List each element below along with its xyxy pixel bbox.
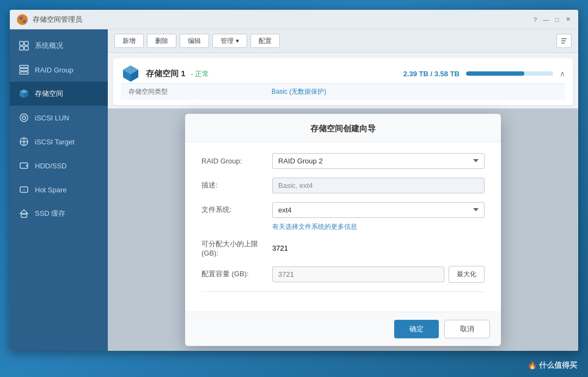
title-bar-left: 🐾 存储空间管理员 — [16, 14, 82, 26]
svg-rect-6 — [20, 65, 28, 68]
overview-icon — [19, 40, 29, 51]
raid-group-label: RAID Group: — [201, 157, 272, 165]
target-icon — [19, 136, 29, 147]
sidebar-item-hdd-ssd[interactable]: HDD/SSD — [10, 154, 108, 178]
description-input[interactable] — [272, 178, 485, 193]
svg-text:🐾: 🐾 — [19, 15, 27, 23]
storage-icon — [19, 88, 29, 99]
window-title: 存储空间管理员 — [33, 15, 82, 25]
filesystem-label: 文件系统: — [201, 205, 272, 215]
svg-point-13 — [22, 116, 26, 119]
maximize-button[interactable]: □ — [553, 16, 561, 23]
svg-point-18 — [26, 165, 28, 167]
watermark: 🔥 什么值得买 — [528, 361, 577, 370]
max-size-control: 3721 — [272, 244, 485, 252]
manage-button[interactable]: 管理 ▾ — [212, 34, 247, 48]
sort-button[interactable] — [556, 34, 572, 48]
create-storage-dialog: 存储空间创建向导 RAID Group: RAID Group 2 RAID G… — [185, 114, 501, 346]
dialog-body: RAID Group: RAID Group 2 RAID Group 1 RA… — [185, 142, 501, 312]
storage-card: 存储空间 1 - 正常 2.39 TB / 3.58 TB — [113, 58, 573, 105]
storage-card-icon — [121, 64, 140, 83]
filesystem-control: ext4 btrfs — [272, 202, 485, 218]
main-content: 系统概况 RAID Group — [10, 29, 578, 351]
storage-type-label: 存储空间类型 — [128, 87, 272, 96]
description-label: 描述: — [201, 180, 272, 190]
max-size-value: 3721 — [272, 244, 288, 252]
svg-rect-3 — [24, 41, 28, 45]
ssd-cache-icon — [19, 208, 29, 219]
minimize-button[interactable]: — — [542, 16, 550, 23]
sidebar-item-iscsi-target[interactable]: iSCSI Target — [10, 130, 108, 154]
alloc-size-control: 最大化 — [272, 266, 485, 283]
filesystem-info-link[interactable]: 有关选择文件系统的更多信息 — [272, 223, 357, 230]
delete-button[interactable]: 删除 — [147, 34, 176, 48]
dialog-title: 存储空间创建向导 — [185, 114, 501, 142]
alloc-size-input[interactable] — [272, 266, 444, 282]
sidebar-label-ssd-cache: SSD 缓存 — [35, 209, 65, 218]
description-control — [272, 178, 485, 193]
storage-type-row: 存储空间类型 Basic (无数据保护) — [121, 83, 565, 100]
storage-progress-fill — [466, 71, 524, 76]
sidebar: 系统概况 RAID Group — [10, 29, 108, 351]
watermark-icon: 🔥 — [528, 361, 539, 369]
alloc-size-label: 配置容量 (GB): — [201, 269, 272, 279]
raid-group-select[interactable]: RAID Group 2 RAID Group 1 RAID Group 3 — [272, 153, 485, 169]
sidebar-item-iscsi-lun[interactable]: iSCSI LUN — [10, 106, 108, 130]
storage-card-left: 存储空间 1 - 正常 — [121, 64, 209, 83]
storage-type-value: Basic (无数据保护) — [272, 87, 558, 96]
raid-group-control: RAID Group 2 RAID Group 1 RAID Group 3 — [272, 153, 485, 169]
close-button[interactable]: ✕ — [564, 16, 572, 23]
dialog-footer: 确定 取消 — [185, 312, 501, 346]
alloc-size-row: 配置容量 (GB): 最大化 — [201, 266, 485, 283]
storage-card-right: 2.39 TB / 3.58 TB ∧ — [403, 69, 565, 78]
toolbar: 新增 删除 编辑 管理 ▾ 配置 — [108, 29, 578, 53]
filesystem-row: 文件系统: ext4 btrfs — [201, 202, 485, 218]
config-button[interactable]: 配置 — [250, 34, 280, 48]
sidebar-item-storage[interactable]: 存储空间 — [10, 82, 108, 106]
panel-area: 存储空间创建向导 RAID Group: RAID Group 2 RAID G… — [108, 108, 578, 351]
watermark-text: 什么值得买 — [539, 361, 577, 369]
title-bar: 🐾 存储空间管理员 ? — □ ✕ — [10, 10, 578, 29]
filesystem-select[interactable]: ext4 btrfs — [272, 202, 485, 218]
dialog-divider — [201, 291, 485, 292]
confirm-button[interactable]: 确定 — [394, 320, 439, 338]
edit-button[interactable]: 编辑 — [180, 34, 209, 48]
sidebar-label-hot-spare: Hot Spare — [35, 186, 67, 194]
sidebar-item-ssd-cache[interactable]: SSD 缓存 — [10, 202, 108, 226]
storage-progress-bar — [466, 71, 553, 76]
sidebar-item-raid[interactable]: RAID Group — [10, 58, 108, 82]
svg-rect-4 — [20, 46, 23, 50]
sidebar-label-overview: 系统概况 — [35, 41, 63, 51]
storage-name: 存储空间 1 — [146, 69, 186, 78]
maximize-alloc-button[interactable]: 最大化 — [449, 266, 485, 283]
collapse-button[interactable]: ∧ — [560, 69, 565, 78]
modal-overlay: 存储空间创建向导 RAID Group: RAID Group 2 RAID G… — [108, 108, 578, 351]
svg-rect-2 — [20, 41, 23, 45]
lun-icon — [19, 112, 29, 123]
sidebar-label-hdd-ssd: HDD/SSD — [35, 162, 67, 170]
help-button[interactable]: ? — [531, 16, 539, 23]
storage-name-group: 存储空间 1 - 正常 — [146, 69, 209, 79]
filesystem-link-row: 有关选择文件系统的更多信息 — [201, 222, 485, 232]
description-row: 描述: — [201, 178, 485, 193]
raid-icon — [19, 64, 29, 75]
sidebar-label-storage: 存储空间 — [35, 89, 63, 99]
sidebar-label-iscsi-lun: iSCSI LUN — [35, 114, 69, 122]
max-size-label: 可分配大小的上限 (GB): — [201, 239, 272, 257]
disk-icon — [19, 160, 29, 171]
sidebar-label-raid: RAID Group — [35, 66, 74, 74]
svg-rect-7 — [20, 69, 28, 71]
cancel-button[interactable]: 取消 — [444, 320, 490, 338]
sidebar-item-overview[interactable]: 系统概况 — [10, 34, 108, 58]
sidebar-item-hot-spare[interactable]: + Hot Spare — [10, 178, 108, 202]
max-size-row: 可分配大小的上限 (GB): 3721 — [201, 239, 485, 257]
svg-rect-8 — [20, 72, 28, 74]
svg-rect-5 — [24, 46, 28, 50]
storage-card-header: 存储空间 1 - 正常 2.39 TB / 3.58 TB — [121, 64, 565, 83]
app-icon: 🐾 — [16, 14, 28, 26]
storage-size-used: 2.39 TB / 3.58 TB — [403, 70, 460, 78]
storage-status: - 正常 — [191, 70, 209, 78]
add-button[interactable]: 新增 — [114, 34, 144, 48]
svg-text:+: + — [23, 187, 26, 192]
manage-dropdown-arrow: ▾ — [236, 37, 239, 45]
